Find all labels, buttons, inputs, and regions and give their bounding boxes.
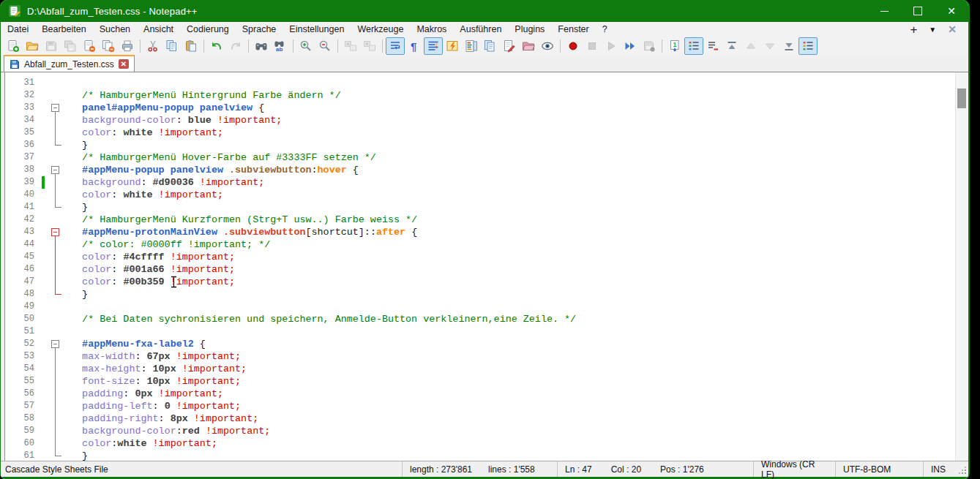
fold-margin[interactable] — [48, 164, 64, 176]
code-text[interactable]: #appMenu-popup panelview .subviewbutton:… — [64, 164, 968, 176]
code-line-36[interactable]: 36 } — [5, 139, 968, 151]
code-text[interactable]: /* Bei Daten sychronisieren und speicher… — [64, 313, 968, 325]
line-number[interactable]: 58 — [5, 412, 40, 425]
new-file-button[interactable] — [4, 37, 23, 55]
zoom-out-button[interactable] — [315, 37, 334, 55]
line-number[interactable]: 32 — [5, 89, 40, 102]
code-line-40[interactable]: 40 color: white !important; — [5, 189, 968, 201]
code-line-37[interactable]: 37 /* HamburgerMenü Hover-Farbe auf #333… — [5, 151, 968, 164]
code-line-45[interactable]: 45 color: #4cffff !important; — [5, 251, 968, 263]
code-line-47[interactable]: 47 color: #00b359 !important; — [5, 276, 968, 288]
menu-suchen[interactable]: Suchen — [93, 23, 137, 36]
folder-as-workspace-button[interactable] — [519, 37, 538, 55]
menu-fenster[interactable]: Fenster — [551, 23, 595, 36]
line-number[interactable]: 40 — [5, 189, 40, 201]
line-number[interactable]: 35 — [5, 127, 40, 139]
document-map-button[interactable] — [462, 37, 481, 55]
resize-grip[interactable] — [954, 461, 968, 477]
find-button[interactable] — [252, 37, 271, 55]
menu-?[interactable]: ? — [596, 23, 614, 36]
line-number[interactable]: 59 — [5, 425, 40, 437]
line-number[interactable]: 43 — [5, 226, 40, 238]
tab-abfall-zum-testen[interactable]: Abfall_zum_Testen.css ✕ — [4, 55, 135, 72]
line-number[interactable]: 49 — [5, 301, 40, 313]
code-line-33[interactable]: 33 panel#appMenu-popup panelview { — [5, 102, 968, 114]
fold-collapse-box[interactable] — [51, 104, 59, 112]
macro-record-button[interactable] — [564, 37, 583, 55]
code-line-56[interactable]: 56 padding: 0px !important; — [5, 388, 968, 400]
fold-margin[interactable] — [48, 102, 64, 114]
line-number[interactable]: 53 — [5, 350, 40, 363]
code-text[interactable]: color: #4cffff !important; — [64, 251, 968, 263]
line-number[interactable]: 48 — [5, 288, 40, 301]
code-text[interactable]: padding-left: 0 !important; — [64, 400, 968, 412]
code-line-34[interactable]: 34 background-color: blue !important; — [5, 114, 968, 127]
code-text[interactable]: color: white !important; — [64, 189, 968, 201]
line-number[interactable]: 45 — [5, 251, 40, 263]
line-number[interactable]: 52 — [5, 338, 40, 350]
close-window-button[interactable]: ✕ — [935, 0, 968, 22]
code-line-42[interactable]: 42 /* HamburgerMenü Kurzformen (Strg+T u… — [5, 214, 968, 226]
macro-run-multiple-button[interactable] — [621, 37, 640, 55]
line-number[interactable]: 42 — [5, 214, 40, 226]
maximize-button[interactable] — [901, 0, 935, 22]
status-encoding[interactable]: UTF-8-BOM — [835, 461, 923, 477]
code-text[interactable]: /* HamburgerMenü Hover-Farbe auf #3333FF… — [64, 151, 968, 164]
replace-button[interactable]: ab — [271, 37, 290, 55]
cut-button[interactable] — [143, 37, 162, 55]
menu-codierung[interactable]: Codierung — [180, 23, 236, 36]
code-line-46[interactable]: 46 color: #001a66 !important; — [5, 263, 968, 276]
code-text[interactable]: } — [64, 201, 968, 214]
code-text[interactable]: padding-right: 8px !important; — [64, 412, 968, 425]
line-number[interactable]: 38 — [5, 164, 40, 176]
fold-collapse-box[interactable] — [51, 340, 59, 348]
line-number[interactable]: 46 — [5, 263, 40, 276]
line-number[interactable]: 33 — [5, 102, 40, 114]
code-text[interactable]: /* color: #0000ff !important; */ — [64, 238, 968, 251]
fold-margin[interactable] — [48, 338, 64, 350]
code-line-38[interactable]: 38 #appMenu-popup panelview .subviewbutt… — [5, 164, 968, 176]
line-number[interactable]: 36 — [5, 139, 40, 151]
expand-all-button[interactable] — [779, 37, 798, 55]
menu-sprache[interactable]: Sprache — [236, 23, 283, 36]
zoom-in-button[interactable] — [296, 37, 315, 55]
code-line-52[interactable]: 52 #appMenu-fxa-label2 { — [5, 338, 968, 350]
tab-close-button[interactable]: ✕ — [119, 59, 129, 69]
fold-margin[interactable] — [48, 226, 64, 238]
show-all-characters-button[interactable]: ¶ — [405, 37, 424, 55]
line-number[interactable]: 56 — [5, 388, 40, 400]
line-number[interactable]: 39 — [5, 176, 40, 189]
code-text[interactable]: background: #d90036 !important; — [64, 176, 968, 189]
menu-werkzeuge[interactable]: Werkzeuge — [351, 23, 410, 36]
vertical-scrollbar[interactable] — [955, 72, 968, 461]
print-button[interactable] — [118, 37, 137, 55]
code-text[interactable]: color: #00b359 !important; — [64, 276, 968, 288]
status-eol-format[interactable]: Windows (CR LF) — [753, 461, 835, 477]
code-line-48[interactable]: 48 } — [5, 288, 968, 301]
menu-ansicht[interactable]: Ansicht — [137, 23, 180, 36]
code-line-57[interactable]: 57 padding-left: 0 !important; — [5, 400, 968, 412]
menu-makros[interactable]: Makros — [410, 23, 453, 36]
code-text[interactable]: #appMenu-fxa-label2 { — [64, 338, 968, 350]
paste-button[interactable] — [182, 37, 201, 55]
code-line-54[interactable]: 54 max-height: 10px !important; — [5, 363, 968, 375]
code-line-41[interactable]: 41 } — [5, 201, 968, 214]
code-line-35[interactable]: 35 color: white !important; — [5, 127, 968, 139]
goto-first-mark-button[interactable]: 1 — [665, 37, 684, 55]
open-file-button[interactable] — [23, 37, 42, 55]
code-text[interactable]: padding: 0px !important; — [64, 388, 968, 400]
edit-page-button[interactable] — [500, 37, 519, 55]
line-number[interactable]: 41 — [5, 201, 40, 214]
code-line-50[interactable]: 50 /* Bei Daten sychronisieren und speic… — [5, 313, 968, 325]
menu-datei[interactable]: Datei — [1, 23, 35, 36]
code-text[interactable]: color:white !important; — [64, 437, 968, 450]
monitoring-button[interactable] — [538, 37, 557, 55]
code-text[interactable]: font-size: 10px !important; — [64, 375, 968, 388]
code-line-31[interactable]: 31 — [5, 77, 968, 89]
line-number[interactable]: 50 — [5, 313, 40, 325]
line-number[interactable]: 55 — [5, 375, 40, 388]
code-text[interactable]: panel#appMenu-popup panelview { — [64, 102, 968, 114]
code-text[interactable] — [64, 301, 968, 313]
code-text[interactable]: color: #001a66 !important; — [64, 263, 968, 276]
menu-plugins[interactable]: Plugins — [508, 23, 551, 36]
